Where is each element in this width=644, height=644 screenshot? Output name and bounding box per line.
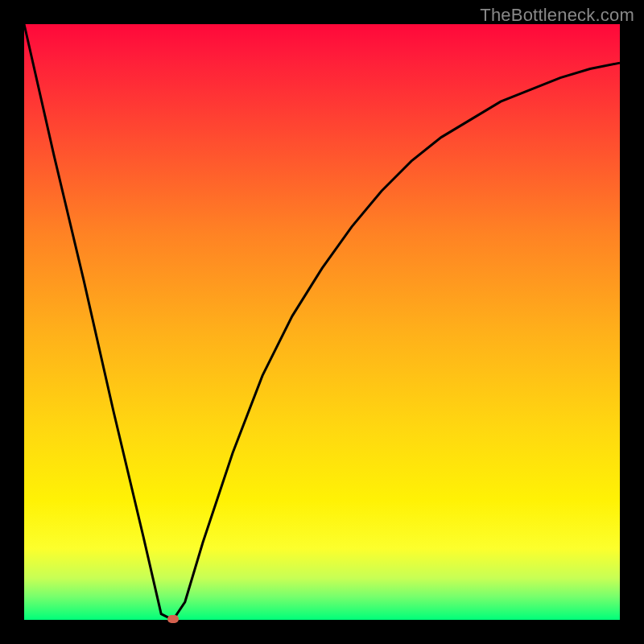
- watermark-text: TheBottleneck.com: [480, 5, 634, 26]
- bottleneck-curve: [24, 24, 620, 620]
- optimal-marker-icon: [167, 615, 179, 623]
- plot-area: [24, 24, 620, 620]
- curve-path: [24, 24, 620, 620]
